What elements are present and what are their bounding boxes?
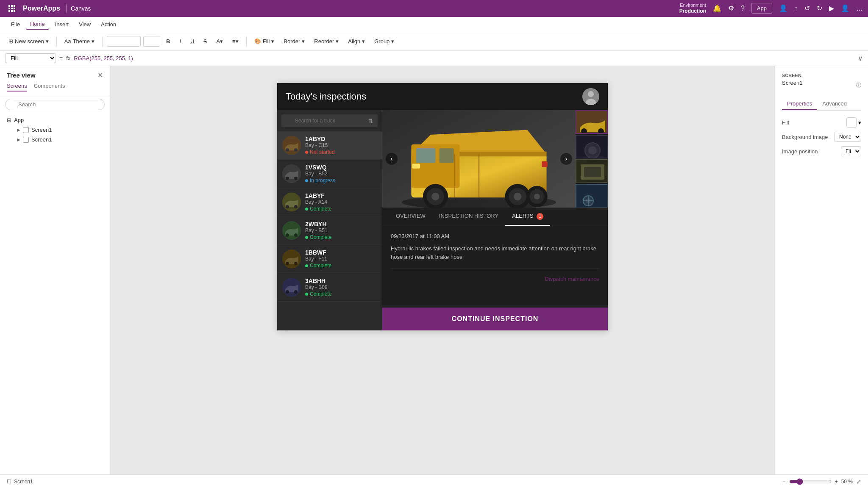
top-bar-right: Environment Production 🔔 ⚙ ? App 👤 ↑ ↺ ↻… — [679, 2, 863, 15]
dispatch-maintenance-button[interactable]: Dispatch maintenance — [391, 276, 599, 282]
thumbnail-3[interactable] — [576, 159, 608, 183]
apps-grid-icon[interactable] — [5, 2, 19, 15]
truck-item-1[interactable]: 1ABYD Bay - C15 Not started — [277, 131, 382, 160]
truck-status-2: In progress — [305, 177, 377, 183]
user-icon[interactable]: 👤 — [779, 4, 787, 12]
fill-chevron[interactable]: ▾ — [858, 119, 861, 126]
zoom-minus-button[interactable]: − — [783, 479, 786, 485]
truck-item-3[interactable]: 1ABYF Bay - A14 Complete — [277, 188, 382, 216]
settings-icon[interactable]: ⚙ — [728, 4, 734, 12]
checkbox-2[interactable] — [23, 137, 29, 143]
group-button[interactable]: Group ▾ — [371, 36, 398, 46]
sort-icon[interactable]: ⇅ — [368, 117, 373, 124]
app-icon: ⊞ — [7, 117, 11, 123]
bottom-bar: ☐ Screen1 − + 50 % ⤢ — [0, 474, 868, 488]
group-chevron: ▾ — [391, 38, 394, 44]
tab-alerts[interactable]: ALERTS 1 — [505, 208, 550, 226]
fill-button[interactable]: 🎨 Fill ▾ — [251, 36, 278, 46]
theme-button[interactable]: Aa Theme ▾ — [61, 36, 98, 46]
tree-search-input[interactable] — [5, 99, 105, 110]
more-icon[interactable]: … — [856, 5, 863, 12]
tab-inspection-history[interactable]: INSPECTION HISTORY — [432, 208, 505, 226]
new-screen-button[interactable]: ⊞ New screen ▾ — [5, 36, 52, 46]
tree-item-screen1-1[interactable]: ▶ Screen1 — [14, 125, 106, 135]
app-header: Today's inspections — [277, 83, 608, 110]
thumbnail-4[interactable] — [576, 184, 608, 208]
fill-paint-button[interactable] — [846, 117, 857, 128]
underline-button[interactable]: U — [187, 36, 198, 46]
fullscreen-button[interactable]: ⤢ — [856, 478, 861, 485]
undo-icon[interactable]: ↺ — [804, 4, 810, 12]
tab-screens[interactable]: Screens — [7, 83, 27, 92]
formula-bar: Fill = fx RGBA(255, 255, 255, 1) ∨ — [0, 51, 868, 66]
environment-info: Environment Production — [679, 2, 706, 15]
tab-components[interactable]: Components — [34, 83, 65, 92]
menu-view[interactable]: View — [75, 19, 95, 29]
zoom-slider[interactable] — [789, 478, 832, 485]
img-position-select[interactable]: Fit — [841, 146, 861, 156]
play-icon[interactable]: ▶ — [829, 4, 834, 12]
svg-point-10 — [588, 91, 594, 97]
font-color-button[interactable]: A▾ — [213, 36, 226, 46]
expand-icon-1: ▶ — [17, 128, 20, 132]
info-icon[interactable]: ⓘ — [856, 82, 861, 89]
align-button[interactable]: ≡▾ — [229, 36, 242, 46]
truck-item-4[interactable]: 2WBYH Bay - B51 Complete — [277, 216, 382, 245]
detail-panel: ‹ › — [382, 110, 608, 330]
status-dot-2 — [305, 179, 308, 182]
font-family-input[interactable] — [107, 36, 141, 47]
rp-tab-advanced[interactable]: Advanced — [817, 98, 852, 110]
alert-date: 09/23/2017 at 11:00 AM — [391, 233, 599, 239]
new-screen-chevron: ▾ — [46, 38, 49, 44]
main-area: Tree view ✕ Screens Components ⊞ App ▶ S… — [0, 66, 868, 474]
border-button[interactable]: Border ▾ — [280, 36, 308, 46]
tab-overview[interactable]: OVERVIEW — [389, 208, 432, 226]
menu-home[interactable]: Home — [26, 19, 49, 30]
strikethrough-button[interactable]: S̶ — [200, 36, 210, 46]
bold-button[interactable]: B — [163, 36, 173, 46]
user-avatar[interactable] — [582, 88, 599, 105]
formula-value[interactable]: RGBA(255, 255, 255, 1) — [74, 55, 854, 61]
app-button[interactable]: App — [751, 3, 772, 14]
truck-info-3: 1ABYF Bay - A14 Complete — [305, 192, 377, 212]
tree-item-screen1-2[interactable]: ▶ Screen1 — [14, 135, 106, 144]
share-icon[interactable]: ↑ — [794, 5, 798, 12]
thumbnail-2[interactable] — [576, 135, 608, 158]
menu-action[interactable]: Action — [97, 19, 120, 29]
thumbnail-1[interactable] — [576, 110, 608, 134]
truck-status-3: Complete — [305, 206, 377, 212]
redo-icon[interactable]: ↻ — [817, 4, 822, 12]
truck-search-input[interactable] — [281, 114, 378, 127]
account-icon[interactable]: 👤 — [841, 4, 849, 12]
property-select[interactable]: Fill — [5, 53, 56, 63]
rp-tab-properties[interactable]: Properties — [782, 98, 817, 110]
notification-icon[interactable]: 🔔 — [713, 4, 721, 12]
fill-chevron: ▾ — [271, 38, 274, 44]
next-image-button[interactable]: › — [560, 153, 572, 165]
checkbox-1[interactable] — [23, 127, 29, 133]
continue-inspection-button[interactable]: CONTINUE INSPECTION — [382, 308, 608, 330]
truck-avatar-4 — [282, 221, 301, 240]
truck-item-6[interactable]: 3ABHH Bay - B09 Complete — [277, 273, 382, 302]
bg-image-select[interactable]: None — [835, 132, 861, 142]
align-pos-button[interactable]: Align ▾ — [345, 36, 368, 46]
help-icon[interactable]: ? — [741, 5, 745, 12]
toolbar: ⊞ New screen ▾ Aa Theme ▾ B I U S̶ A▾ ≡▾… — [0, 32, 868, 51]
font-size-input[interactable] — [143, 36, 160, 47]
tree-item-app[interactable]: ⊞ App — [3, 115, 106, 125]
prev-image-button[interactable]: ‹ — [386, 153, 398, 165]
top-bar-divider — [66, 4, 67, 13]
background-image-row: Background image None — [782, 132, 861, 142]
menu-insert[interactable]: Insert — [51, 19, 73, 29]
svg-rect-37 — [440, 148, 454, 163]
truck-avatar-6 — [282, 278, 301, 297]
tree-title: Tree view — [7, 72, 36, 79]
italic-button[interactable]: I — [176, 36, 184, 46]
expand-icon[interactable]: ∨ — [858, 54, 863, 62]
zoom-plus-button[interactable]: + — [835, 479, 838, 485]
tree-close-button[interactable]: ✕ — [97, 71, 103, 79]
reorder-button[interactable]: Reorder ▾ — [311, 36, 342, 46]
truck-item-2[interactable]: 1VSWQ Bay - B52 In progress — [277, 160, 382, 188]
truck-item-5[interactable]: 1BBWF Bay - F11 Complete — [277, 245, 382, 273]
menu-file[interactable]: File — [7, 19, 24, 29]
